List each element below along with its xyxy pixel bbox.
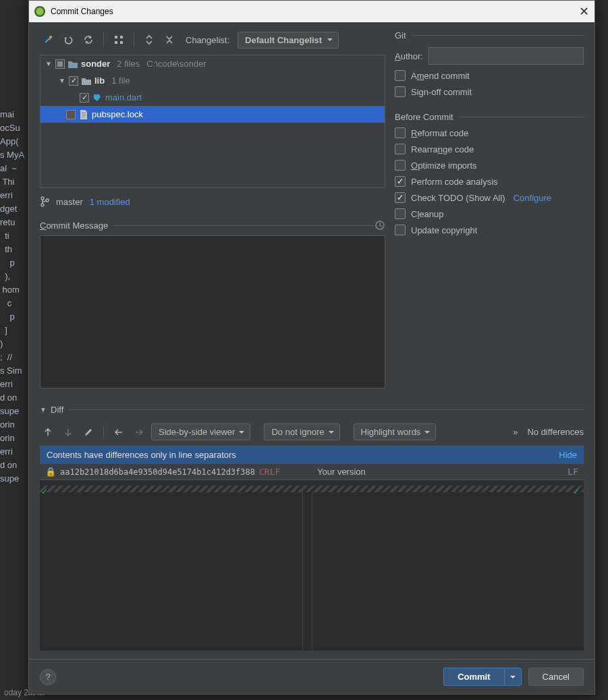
history-icon[interactable]	[375, 220, 385, 231]
dialog-footer: ? Commit Cancel	[29, 659, 595, 694]
checkbox[interactable]	[69, 76, 78, 86]
svg-point-0	[49, 36, 52, 38]
changes-tree[interactable]: ▼ sonder 2 files C:\code\sonder ▼ lib 1 …	[40, 55, 385, 188]
commit-dialog: Commit Changes ✕	[28, 0, 595, 695]
signoff-label: Sign-off commit	[411, 87, 472, 97]
before-commit-header: Before Commit	[395, 112, 584, 122]
cleanup-checkbox[interactable]	[395, 208, 406, 219]
diff-header-toggle[interactable]: ▼ Diff	[40, 402, 584, 417]
author-label: Author:	[395, 51, 423, 61]
commit-toolbar: Changelist: Default Changelist	[40, 30, 385, 49]
commit-message-input[interactable]	[40, 235, 385, 388]
changelist-combo[interactable]: Default Changelist	[238, 32, 339, 49]
hide-link[interactable]: Hide	[559, 450, 577, 460]
check-icon: ✓	[41, 487, 48, 496]
diff-file-header: 🔒 aa12b21018d6ba4e9350d94e5174b1c412d3f3…	[40, 464, 584, 480]
highlight-combo[interactable]: Highlight words	[354, 424, 437, 440]
branch-status: master 1 modified	[40, 192, 385, 211]
svg-rect-2	[115, 41, 117, 44]
refresh-icon[interactable]	[80, 32, 96, 48]
titlebar[interactable]: Commit Changes ✕	[29, 1, 595, 22]
copyright-label: Update copyright	[411, 225, 477, 235]
tree-toggle-icon[interactable]: ▼	[58, 77, 66, 84]
undo-icon[interactable]	[60, 32, 76, 48]
analysis-checkbox[interactable]	[395, 176, 406, 187]
rearrange-checkbox[interactable]	[395, 144, 406, 154]
folder-icon	[67, 59, 78, 69]
diff-viewer[interactable]: ✓ ✓	[40, 480, 584, 651]
edit-icon[interactable]	[80, 424, 96, 440]
next-diff-icon[interactable]	[60, 424, 76, 440]
svg-point-9	[41, 204, 44, 206]
tree-toggle-icon[interactable]: ▼	[45, 60, 53, 67]
svg-rect-3	[120, 36, 123, 38]
tree-row-pubspec[interactable]: pubspec.lock	[40, 106, 385, 123]
lock-icon: 🔒	[45, 467, 56, 477]
branch-name[interactable]: master	[56, 197, 83, 207]
todo-label: Check TODO (Show All)	[411, 193, 505, 203]
commit-message-header: Commit Message	[40, 218, 385, 233]
checkbox[interactable]	[55, 59, 65, 69]
tree-row-lib[interactable]: ▼ lib 1 file	[40, 72, 385, 89]
cancel-button[interactable]: Cancel	[528, 668, 584, 686]
svg-rect-6	[82, 115, 86, 115]
checkbox[interactable]	[80, 93, 89, 103]
revision-hash: aa12b21018d6ba4e9350d94e5174b1c412d3f388	[60, 467, 255, 477]
expand-all-icon[interactable]	[141, 32, 157, 48]
copyright-checkbox[interactable]	[395, 225, 406, 235]
lf-label: LF	[568, 467, 578, 477]
optimize-checkbox[interactable]	[395, 160, 406, 171]
author-input[interactable]	[429, 47, 584, 65]
dart-file-icon	[92, 92, 103, 103]
next-file-icon[interactable]	[131, 424, 147, 440]
prev-diff-icon[interactable]	[40, 424, 56, 440]
check-icon: ✓	[573, 487, 580, 496]
dialog-title: Commit Changes	[51, 7, 113, 16]
cleanup-label: Cleanup	[411, 209, 443, 219]
no-diff-label: No differences	[527, 427, 584, 437]
diff-toolbar: Side-by-side viewer Do not ignore Highli…	[40, 424, 584, 440]
modified-count[interactable]: 1 modified	[90, 197, 130, 207]
optimize-label: Optimize imports	[411, 161, 477, 171]
file-icon	[78, 109, 89, 120]
diff-label: Diff	[51, 405, 63, 415]
signoff-checkbox[interactable]	[395, 86, 406, 97]
sep-msg: Contents have differences only in line s…	[47, 450, 236, 460]
checkbox[interactable]	[66, 110, 76, 119]
svg-point-8	[41, 197, 44, 200]
branch-icon	[40, 196, 49, 207]
commit-button[interactable]: Commit	[443, 668, 503, 686]
todo-checkbox[interactable]	[395, 192, 406, 203]
commit-message-label: Commit Message	[40, 221, 108, 231]
ide-statusbar-fragment: oday 2... ...	[0, 685, 48, 700]
svg-rect-5	[82, 113, 86, 113]
rearrange-label: Rearrange code	[411, 144, 474, 154]
reformat-checkbox[interactable]	[395, 127, 406, 138]
refresh-changelist-icon[interactable]	[40, 32, 56, 48]
more-icon[interactable]: »	[513, 427, 518, 437]
svg-rect-4	[120, 41, 123, 44]
collapse-all-icon[interactable]	[161, 32, 177, 48]
group-by-icon[interactable]	[111, 32, 127, 48]
app-icon	[34, 6, 45, 17]
tree-row-main[interactable]: main.dart	[40, 89, 385, 106]
amend-label: Amend commit	[411, 71, 470, 81]
commit-dropdown-button[interactable]	[504, 668, 522, 686]
svg-rect-1	[115, 36, 117, 38]
git-section-header: Git	[395, 30, 584, 40]
viewer-mode-combo[interactable]: Side-by-side viewer	[151, 424, 250, 440]
crlf-label: CRLF	[259, 467, 280, 477]
reformat-label: Reformat code	[411, 128, 468, 138]
tree-row-root[interactable]: ▼ sonder 2 files C:\code\sonder	[40, 55, 385, 72]
prev-file-icon[interactable]	[111, 424, 127, 440]
folder-icon	[81, 76, 92, 86]
line-separators-banner: Contents have differences only in line s…	[40, 446, 584, 464]
help-icon[interactable]: ?	[40, 669, 56, 685]
ignore-combo[interactable]: Do not ignore	[264, 424, 339, 440]
configure-link[interactable]: Configure	[514, 193, 551, 203]
analysis-label: Perform code analysis	[411, 177, 498, 187]
svg-rect-7	[82, 117, 85, 117]
changelist-label: Changelist:	[186, 35, 229, 45]
amend-checkbox[interactable]	[395, 70, 406, 81]
close-icon[interactable]: ✕	[579, 4, 589, 19]
